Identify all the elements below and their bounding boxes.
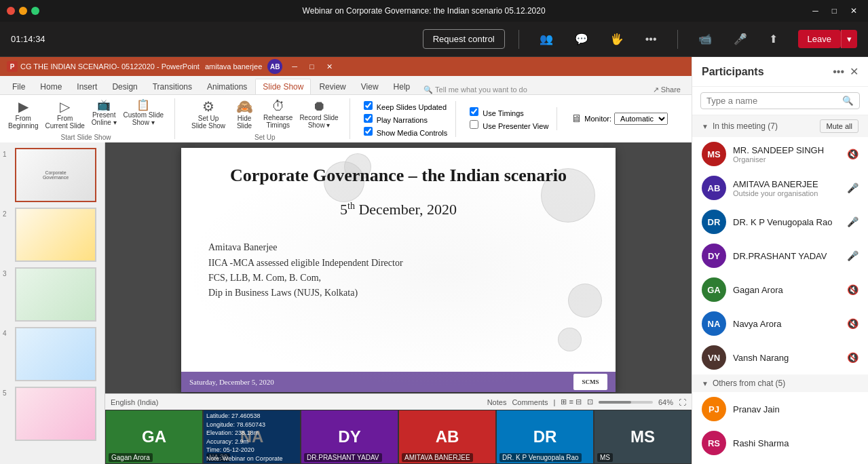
chat-icon-button[interactable]: 💬 bbox=[568, 28, 595, 50]
sidebar-more-button[interactable]: ••• bbox=[833, 65, 844, 78]
leave-button[interactable]: Leave bbox=[798, 30, 841, 48]
video-label-ms: MS bbox=[597, 453, 613, 462]
participant-info-vansh: Vansh Narang bbox=[733, 353, 840, 363]
fit-window-button[interactable]: ⛶ bbox=[679, 398, 686, 406]
ppt-close-button[interactable]: ✕ bbox=[322, 62, 337, 72]
participant-mic-amitava: 🎤 bbox=[847, 182, 858, 193]
participant-name-pranav: Pranav Jain bbox=[733, 404, 858, 414]
ribbon-btn-rehearse[interactable]: ⏱ RehearseTimings bbox=[261, 97, 295, 131]
monitor-select[interactable]: Automatic bbox=[614, 113, 668, 125]
ppt-user-label: amitava banerjee bbox=[205, 62, 262, 71]
ribbon-tab-help[interactable]: Help bbox=[387, 79, 417, 94]
video-cell-ms: MS MS bbox=[594, 410, 692, 464]
participant-item-vansh[interactable]: VN Vansh Narang 🔇 bbox=[692, 341, 868, 374]
ribbon-tab-home[interactable]: Home bbox=[33, 79, 69, 94]
camera-button[interactable]: 📹 bbox=[692, 28, 719, 50]
use-presenter-view-checkbox[interactable]: Use Presenter View bbox=[470, 120, 548, 130]
participant-item-kp[interactable]: DR DR. K P Venugopala Rao 🎤 bbox=[692, 205, 868, 239]
maximize-button[interactable]: □ bbox=[828, 5, 841, 17]
ribbon-tab-review[interactable]: Review bbox=[312, 79, 352, 94]
ribbon-tab-view[interactable]: View bbox=[354, 79, 385, 94]
slide-thumb-1[interactable]: 1 CorporateGovernance bbox=[3, 148, 102, 202]
title-bar-controls: ─ □ ✕ bbox=[808, 5, 861, 17]
participant-name-prashant: DR.PRASHANT YADAV bbox=[733, 251, 840, 261]
notes-button[interactable]: Notes bbox=[487, 398, 507, 406]
ribbon-btn-from-current[interactable]: ▷ FromCurrent Slide bbox=[42, 97, 87, 131]
in-meeting-chevron[interactable]: ▼ bbox=[702, 123, 709, 130]
fit-slide-button[interactable]: ⊡ bbox=[587, 398, 593, 406]
use-timings-checkbox[interactable]: Use Timings bbox=[470, 107, 548, 117]
ribbon-tab-slideshow[interactable]: Slide Show bbox=[255, 79, 311, 94]
close-button[interactable]: ✕ bbox=[846, 5, 861, 17]
participant-item-navya[interactable]: NA Navya Arora 🔇 bbox=[692, 307, 868, 341]
ribbon-btn-hide-slide[interactable]: 🙈 HideSlide bbox=[229, 97, 259, 131]
ribbon-checkboxes2: Use Timings Use Presenter View bbox=[470, 107, 557, 130]
ribbon-btn-custom-show[interactable]: 📋 Custom SlideShow ▾ bbox=[121, 97, 166, 131]
search-input[interactable] bbox=[706, 96, 838, 106]
participant-avatar-sandeep: MS bbox=[702, 142, 726, 166]
ribbon-btn-from-beginning[interactable]: ▶ FromBeginning bbox=[5, 97, 41, 131]
sidebar-close-button[interactable]: ✕ bbox=[850, 65, 858, 78]
slide-thumb-2[interactable]: 2 bbox=[3, 208, 102, 262]
ribbon-tab-design[interactable]: Design bbox=[105, 79, 144, 94]
video-label-dy: DR.PRASHANT YADAV bbox=[304, 453, 382, 462]
comments-button[interactable]: Comments bbox=[512, 398, 548, 406]
video-cell-na: NA NA 30 Latitude: 27.460538 Longitude: … bbox=[203, 410, 301, 464]
others-chevron[interactable]: ▼ bbox=[702, 380, 709, 387]
participant-item-pranav[interactable]: PJ Pranav Jain bbox=[692, 392, 868, 426]
participant-item-amitava[interactable]: AB AMITAVA BANERJEE Outside your organis… bbox=[692, 171, 868, 205]
slide-thumb-4[interactable]: 4 bbox=[3, 327, 102, 381]
slide-preview-4[interactable] bbox=[15, 327, 96, 381]
minimize-button[interactable]: ─ bbox=[808, 5, 823, 17]
slide-preview-2[interactable] bbox=[15, 208, 96, 262]
sidebar-title: Participants bbox=[702, 66, 764, 78]
participant-info-rashi: Rashi Sharma bbox=[733, 438, 858, 448]
slide-scroll[interactable]: Corporate Governance – the Indian scenar… bbox=[105, 142, 692, 393]
slide-thumb-3[interactable]: 3 bbox=[3, 267, 102, 322]
window-min-dot[interactable] bbox=[19, 7, 27, 15]
more-options-button[interactable]: ••• bbox=[639, 29, 664, 50]
slide-title: Corporate Governance – the Indian scenar… bbox=[208, 164, 588, 187]
participant-item-prashant[interactable]: DY DR.PRASHANT YADAV 🎤 bbox=[692, 239, 868, 273]
ribbon-btn-record[interactable]: ⏺ Record SlideShow ▾ bbox=[297, 97, 341, 131]
ribbon-tab-animations[interactable]: Animations bbox=[200, 79, 254, 94]
slide-preview-3[interactable] bbox=[15, 267, 96, 322]
ppt-minimize-button[interactable]: ─ bbox=[288, 62, 301, 72]
slide-thumb-5[interactable]: 5 bbox=[3, 387, 102, 441]
mic-button[interactable]: 🎤 bbox=[727, 28, 754, 50]
participant-item-rashi[interactable]: RS Rashi Sharma bbox=[692, 426, 868, 460]
search-icon-button[interactable]: 🔍 bbox=[842, 96, 854, 106]
window-close-dot[interactable] bbox=[7, 7, 15, 15]
ribbon-tab-transitions[interactable]: Transitions bbox=[146, 79, 199, 94]
participant-item-sandeep[interactable]: MS MR. SANDEEP SINGH Organiser 🔇 bbox=[692, 137, 868, 171]
video-cell-dy: DY DR.PRASHANT YADAV bbox=[301, 410, 398, 464]
ribbon-btn-setup[interactable]: ⚙ Set UpSlide Show bbox=[189, 97, 228, 131]
share-button[interactable]: ⬆ bbox=[762, 28, 785, 50]
window-max-dot[interactable] bbox=[31, 7, 39, 15]
participant-item-gagan[interactable]: GA Gagan Arora 🔇 bbox=[692, 273, 868, 307]
keep-slides-updated-checkbox[interactable]: Keep Slides Updated bbox=[364, 101, 448, 111]
participants-list[interactable]: ▼ In this meeting (7) Mute all MS MR. SA… bbox=[692, 115, 868, 464]
participant-mic-vansh: 🔇 bbox=[847, 352, 858, 363]
mute-all-button[interactable]: Mute all bbox=[820, 119, 858, 133]
participant-item-sumit[interactable]: SC Sumit Chawla bbox=[692, 460, 868, 464]
slide-preview-5[interactable] bbox=[15, 387, 96, 441]
participants-icon-button[interactable]: 👥 bbox=[533, 28, 560, 50]
raise-hand-icon-button[interactable]: 🖐 bbox=[603, 28, 630, 50]
ribbon-tab-insert[interactable]: Insert bbox=[70, 79, 104, 94]
participant-info-kp: DR. K P Venugopala Rao bbox=[733, 217, 840, 227]
ppt-restore-button[interactable]: □ bbox=[305, 62, 318, 72]
ribbon-tab-file[interactable]: File bbox=[5, 79, 32, 94]
video-label-ga: Gagan Arora bbox=[109, 453, 153, 462]
sidebar-search: 🔍 bbox=[692, 87, 868, 115]
participant-name-sandeep: MR. SANDEEP SINGH bbox=[733, 145, 840, 155]
participant-info-amitava: AMITAVA BANERJEE Outside your organisati… bbox=[733, 179, 840, 197]
leave-dropdown-button[interactable]: ▾ bbox=[841, 30, 857, 48]
slide-preview-1[interactable]: CorporateGovernance bbox=[15, 148, 96, 202]
request-control-button[interactable]: Request control bbox=[423, 29, 505, 49]
slide-panel[interactable]: 1 CorporateGovernance 2 3 4 bbox=[0, 142, 105, 464]
ribbon-btn-present-online[interactable]: 📺 PresentOnline ▾ bbox=[89, 97, 119, 131]
participant-avatar-kp: DR bbox=[702, 210, 726, 234]
show-media-controls-checkbox[interactable]: Show Media Controls bbox=[364, 127, 448, 137]
play-narrations-checkbox[interactable]: Play Narrations bbox=[364, 114, 448, 124]
